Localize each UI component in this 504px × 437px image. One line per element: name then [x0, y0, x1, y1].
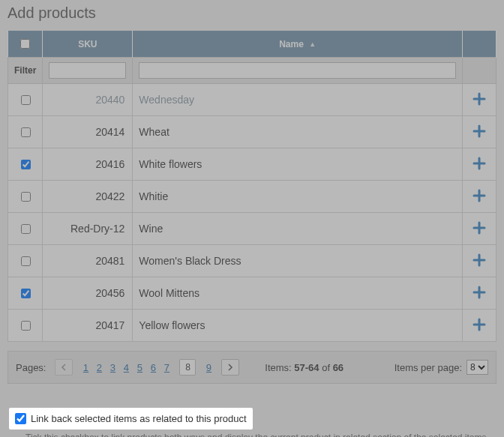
filter-sku-input[interactable]	[49, 62, 126, 79]
row-add-cell	[463, 116, 496, 148]
row-sku: Red-Dry-12	[43, 213, 133, 245]
row-select-checkbox[interactable]	[21, 321, 31, 331]
row-select-cell	[8, 116, 43, 148]
table-row: 20422Whitie	[8, 181, 496, 213]
pager-current-page: 8	[179, 359, 196, 376]
row-select-checkbox[interactable]	[21, 95, 31, 105]
plus-icon[interactable]	[472, 253, 487, 268]
filter-name-cell	[133, 58, 463, 84]
pager-items-info: Items: 57-64 of 66	[265, 362, 344, 373]
row-select-checkbox[interactable]	[21, 127, 31, 137]
plus-icon[interactable]	[472, 285, 487, 300]
row-add-cell	[463, 148, 496, 181]
linkback-label: Link back selected items as related to t…	[31, 413, 247, 424]
linkback-checkbox[interactable]	[15, 413, 26, 424]
pager-page-link[interactable]: 6	[146, 359, 160, 376]
pager-page-link[interactable]: 4	[119, 359, 133, 376]
row-select-cell	[8, 310, 43, 342]
filter-add-cell	[463, 58, 496, 84]
plus-icon[interactable]	[472, 317, 487, 332]
row-select-cell	[8, 181, 43, 213]
plus-icon[interactable]	[472, 156, 487, 171]
column-header-add	[463, 31, 496, 58]
plus-icon[interactable]	[472, 124, 487, 139]
row-sku: 20414	[43, 116, 133, 148]
table-row: 20456Wool Mittens	[8, 277, 496, 310]
products-table: SKU Name ▲ Filter 20440Wednesday20414Wh	[8, 31, 496, 342]
pager-label: Pages:	[16, 362, 46, 373]
row-name[interactable]: Wheat	[133, 116, 463, 148]
row-select-checkbox[interactable]	[21, 160, 31, 169]
pager-page-link[interactable]: 9	[202, 359, 215, 376]
row-select-checkbox[interactable]	[21, 289, 31, 298]
row-select-checkbox[interactable]	[21, 256, 31, 266]
pager-prev-button[interactable]	[55, 359, 73, 376]
table-row: 20417Yellow flowers	[8, 310, 496, 342]
row-add-cell	[463, 277, 496, 310]
row-select-cell	[8, 84, 43, 116]
filter-label: Filter	[8, 58, 43, 84]
row-add-cell	[463, 181, 496, 213]
linkback-checkbox-wrap[interactable]: Link back selected items as related to t…	[9, 408, 253, 430]
pager-page-link[interactable]: 1	[79, 359, 92, 376]
pager-page-link[interactable]: 2	[92, 359, 106, 376]
pager-perpage-select[interactable]: 8	[466, 360, 488, 375]
pager-page-link[interactable]: 5	[133, 359, 146, 376]
table-row: 20481Women's Black Dress	[8, 245, 496, 277]
pager-page-link[interactable]: 7	[160, 359, 173, 376]
row-name[interactable]: Whitie	[133, 181, 463, 213]
row-name[interactable]: Wool Mittens	[133, 277, 463, 310]
pager-next-button[interactable]	[221, 359, 239, 376]
row-add-cell	[463, 213, 496, 245]
filter-sku-cell	[43, 58, 133, 84]
chevron-left-icon	[61, 364, 67, 371]
row-add-cell	[463, 245, 496, 277]
row-sku: 20456	[43, 277, 133, 310]
row-sku: 20417	[43, 310, 133, 342]
linkback-hint: Tick this checkbox to link products both…	[9, 433, 495, 437]
row-select-cell	[8, 245, 43, 277]
table-row: 20416White flowers	[8, 148, 496, 181]
plus-icon[interactable]	[472, 188, 487, 203]
pager: Pages: 1234567 8 9 Items: 57-64 of 66 It…	[8, 351, 496, 384]
row-select-cell	[8, 148, 43, 181]
row-select-cell	[8, 213, 43, 245]
row-select-checkbox[interactable]	[21, 192, 31, 202]
row-name[interactable]: White flowers	[133, 148, 463, 181]
sort-asc-icon: ▲	[309, 40, 316, 48]
pager-perpage-label: Items per page:	[394, 362, 462, 373]
plus-icon[interactable]	[472, 220, 487, 235]
row-name[interactable]: Wednesday	[133, 84, 463, 116]
row-select-checkbox[interactable]	[21, 224, 31, 234]
column-header-name[interactable]: Name ▲	[133, 31, 463, 58]
table-row: Red-Dry-12Wine	[8, 213, 496, 245]
column-header-select[interactable]	[8, 31, 43, 58]
table-row: 20440Wednesday	[8, 84, 496, 116]
row-name[interactable]: Wine	[133, 213, 463, 245]
table-row: 20414Wheat	[8, 116, 496, 148]
row-sku: 20422	[43, 181, 133, 213]
row-sku: 20416	[43, 148, 133, 181]
row-select-cell	[8, 277, 43, 310]
row-add-cell	[463, 310, 496, 342]
row-sku: 20481	[43, 245, 133, 277]
select-all-checkbox[interactable]	[20, 39, 30, 49]
row-sku: 20440	[43, 84, 133, 116]
column-header-sku[interactable]: SKU	[43, 31, 133, 58]
row-name[interactable]: Women's Black Dress	[133, 245, 463, 277]
pager-page-link[interactable]: 3	[106, 359, 119, 376]
row-name[interactable]: Yellow flowers	[133, 310, 463, 342]
filter-name-input[interactable]	[139, 62, 456, 79]
row-add-cell	[463, 84, 496, 116]
page-title: Add products	[8, 0, 496, 31]
chevron-right-icon	[227, 364, 233, 371]
plus-icon[interactable]	[472, 91, 487, 106]
